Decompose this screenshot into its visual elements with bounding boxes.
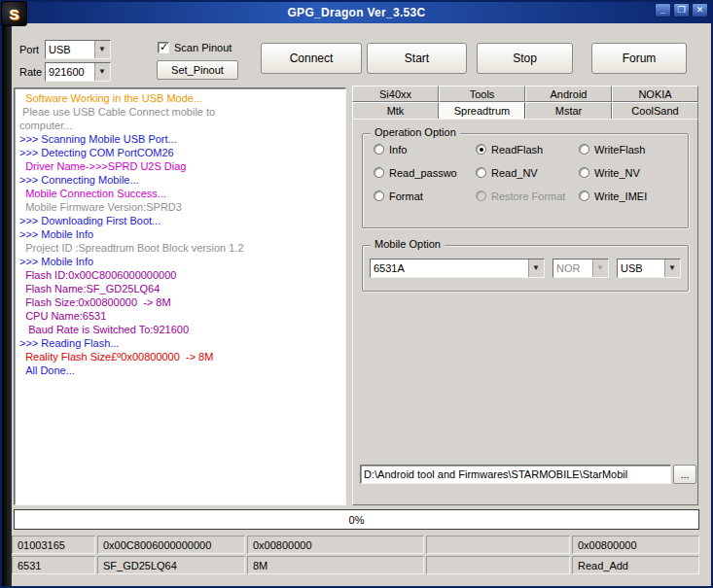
tab-mstar[interactable]: Mstar: [525, 102, 612, 120]
radio-label: WriteFlash: [594, 144, 645, 156]
log-line: Reality Flash Size£º0x00800000 -> 8M: [19, 350, 343, 363]
radio-label: Write_NV: [594, 167, 640, 179]
firmware-path-field[interactable]: D:\Android tool and Firmwares\STARMOBILE…: [360, 465, 671, 484]
log-line: computer...: [19, 119, 343, 132]
port-label: Port: [19, 44, 39, 55]
status-cell: Read_Add: [572, 556, 699, 574]
radio-icon: [476, 167, 486, 178]
tab-tools[interactable]: Tools: [439, 86, 525, 102]
usb-value: USB: [618, 259, 664, 277]
log-line: >>> Reading Flash...: [19, 336, 343, 350]
log-line: >>> Mobile Info: [19, 227, 343, 241]
log-line: CPU Name:6531: [19, 309, 343, 323]
tab-nokia[interactable]: NOKIA: [612, 86, 698, 102]
radio-restore-format: Restore Format: [476, 189, 579, 203]
radio-write-imei[interactable]: Write_IMEI: [579, 189, 683, 203]
model-select[interactable]: 6531A: [370, 259, 545, 278]
radio-readflash[interactable]: ReadFlash: [476, 142, 579, 156]
radio-icon: [476, 190, 486, 201]
radio-label: Info: [389, 144, 407, 156]
log-line: Flash Name:SF_GD25LQ64: [19, 282, 343, 295]
status-cell: 01003165: [12, 536, 95, 554]
status-row-2: 6531SF_GD25LQ648MRead_Add: [12, 556, 699, 574]
window-title: GPG_Dragon Ver_3.53C: [287, 6, 425, 19]
close-button[interactable]: ✕: [692, 3, 708, 17]
window-controls: _ ❒ ✕: [655, 3, 708, 17]
port-value: USB: [46, 41, 94, 58]
radio-icon: [374, 144, 384, 155]
title-bar[interactable]: GPG_Dragon Ver_3.53C: [2, 2, 711, 23]
forum-button[interactable]: Forum: [591, 43, 687, 74]
maximize-button[interactable]: ❒: [673, 3, 690, 17]
tab-android[interactable]: Android: [525, 86, 612, 102]
radio-format[interactable]: Format: [374, 189, 476, 203]
radio-writeflash[interactable]: WriteFlash: [579, 142, 683, 156]
log-line: >>> Mobile Info: [19, 255, 343, 268]
window-edge-strip: [2, 23, 12, 586]
radio-info[interactable]: Info: [374, 142, 476, 156]
log-line: Mobile Connection Success...: [19, 187, 343, 200]
chevron-down-icon[interactable]: [94, 63, 110, 81]
log-output[interactable]: Software Working in the USB Mode... Plea…: [14, 87, 346, 505]
radio-label: Restore Format: [491, 190, 565, 202]
nor-select: NOR: [553, 259, 609, 278]
log-line: Project ID :Spreadtrum Boot Block versio…: [19, 241, 343, 255]
chevron-down-icon[interactable]: [664, 259, 680, 277]
chevron-down-icon[interactable]: [94, 41, 110, 58]
tab-si40xx[interactable]: Si40xx: [352, 86, 439, 102]
chevron-down-icon: [592, 259, 608, 277]
tab-row-2: MtkSpreadtrumMstarCoolSand: [352, 102, 698, 120]
connect-button[interactable]: Connect: [261, 43, 362, 74]
radio-icon: [579, 144, 589, 155]
radio-read-nv[interactable]: Read_NV: [476, 165, 579, 180]
chevron-down-icon[interactable]: [528, 259, 544, 277]
log-line: >>> Connecting Mobile...: [19, 173, 343, 187]
status-cell: [426, 536, 570, 554]
browse-button[interactable]: ...: [673, 465, 696, 484]
status-cell: 6531: [12, 556, 95, 574]
log-line: Flash ID:0x00C8006000000000: [19, 268, 343, 282]
radio-label: Read_passwo: [389, 167, 457, 179]
set-pinout-button[interactable]: Set_Pinout: [157, 60, 238, 80]
radio-label: Format: [389, 190, 423, 202]
scan-pinout-checkbox[interactable]: Scan Pinout: [158, 41, 232, 54]
radio-icon: [374, 190, 384, 201]
status-cell: [426, 556, 570, 574]
status-cell: 0x00C8006000000000: [97, 536, 245, 554]
radio-icon: [579, 190, 589, 201]
operation-radio-grid: InfoReadFlashWriteFlashRead_passwoRead_N…: [374, 142, 683, 203]
firmware-path-value: D:\Android tool and Firmwares\STARMOBILE…: [364, 468, 627, 480]
port-select[interactable]: USB: [45, 40, 111, 59]
status-cell: 0x00800000: [572, 536, 699, 554]
rate-select[interactable]: 921600: [45, 62, 111, 82]
minimize-button[interactable]: _: [655, 3, 671, 17]
tab-coolsand[interactable]: CoolSand: [612, 102, 698, 120]
start-button[interactable]: Start: [367, 43, 467, 74]
status-cell: 0x00800000: [247, 536, 424, 554]
tab-row-1: Si40xxToolsAndroidNOKIA: [352, 86, 698, 102]
log-line: Software Working in the USB Mode...: [19, 91, 343, 105]
log-line: Mobile Firmware Version:SPRD3: [19, 200, 343, 214]
radio-write-nv[interactable]: Write_NV: [579, 165, 683, 180]
tab-spreadtrum[interactable]: Spreadtrum: [439, 102, 525, 120]
mobile-option-title: Mobile Option: [371, 238, 445, 250]
radio-icon: [374, 167, 384, 178]
nor-value: NOR: [553, 259, 592, 277]
radio-read-passwo[interactable]: Read_passwo: [374, 165, 476, 180]
log-line: Flash Size:0x00800000 -> 8M: [19, 295, 343, 309]
operation-option-title: Operation Option: [371, 126, 460, 138]
checkbox-check-icon: [158, 42, 169, 53]
log-line: >>> Scanning Mobile USB Port...: [19, 132, 343, 146]
usb-select[interactable]: USB: [617, 259, 681, 278]
progress-label: 0%: [349, 514, 365, 526]
radio-label: Write_IMEI: [594, 190, 647, 202]
log-line: Driver Name->>>SPRD U2S Diag: [19, 159, 343, 173]
stop-button[interactable]: Stop: [477, 43, 573, 74]
radio-icon: [579, 167, 589, 178]
rate-label: Rate: [19, 66, 42, 78]
radio-label: Read_NV: [491, 167, 538, 179]
tab-mtk[interactable]: Mtk: [352, 102, 439, 120]
log-line: Pleae use USB Cable Connect mobile to: [19, 105, 343, 119]
log-line: Baud Rate is Switched To:921600: [19, 323, 343, 336]
log-line: All Done...: [19, 363, 343, 377]
